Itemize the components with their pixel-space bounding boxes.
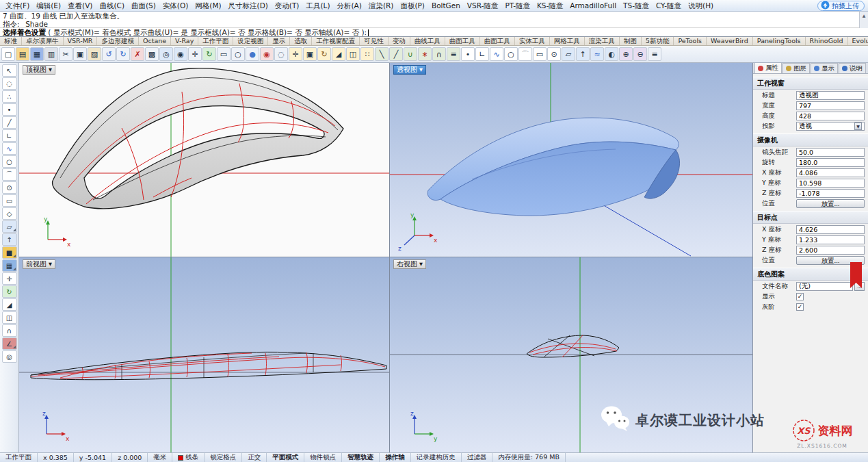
status-grid-snap[interactable]: 锁定格点 <box>205 453 242 462</box>
projection-select[interactable]: 透视▼ <box>796 122 865 131</box>
wireframe-mode-icon[interactable]: ○ <box>231 47 245 61</box>
undo-icon[interactable]: ↺ <box>102 47 116 61</box>
toolbar-tab-transform[interactable]: 变动 <box>389 37 410 45</box>
loft-icon[interactable]: ≈ <box>590 47 604 61</box>
menu-mesh[interactable]: 网格(M) <box>192 0 224 11</box>
menu-tools[interactable]: 工具(L) <box>302 0 333 11</box>
upload-button[interactable]: 拍摄上传 <box>817 1 865 11</box>
cam-y-field[interactable]: 10.598 <box>796 179 865 188</box>
polygon-icon[interactable]: ◇ <box>2 207 17 220</box>
menu-pt[interactable]: PT-随意 <box>501 0 534 11</box>
toolbar-tab-surface-tools-2[interactable]: 曲面工具 <box>480 37 515 45</box>
fillet-icon[interactable]: ∩ <box>2 324 17 337</box>
toolbar-tab-polygon-modeling[interactable]: 多边形建模 <box>97 37 139 45</box>
rectangle-icon[interactable]: ▭ <box>2 194 17 207</box>
menu-analyze[interactable]: 分析(A) <box>334 0 365 11</box>
toolbar-tab-surface-tools[interactable]: 曲面工具 <box>445 37 480 45</box>
cam-place-button[interactable]: 放置... <box>796 199 865 208</box>
trim-icon[interactable]: ╲ <box>375 47 389 61</box>
zoom-window-icon[interactable]: ◉ <box>174 47 187 61</box>
boolean-difference-icon[interactable]: ⊖ <box>633 47 647 61</box>
height-field[interactable]: 428 <box>796 112 865 120</box>
toolbar-tab-v5-new[interactable]: 5新功能 <box>642 37 674 45</box>
cam-x-field[interactable]: 4.086 <box>796 168 865 177</box>
chevron-down-icon[interactable]: ▼ <box>854 123 862 130</box>
solid-tools-icon[interactable]: ■ <box>2 246 17 259</box>
grayscale-checkbox[interactable]: ✓ <box>796 303 804 311</box>
toolbar-tab-select[interactable]: 选取 <box>290 37 312 45</box>
tgt-y-field[interactable]: 1.233 <box>796 235 865 244</box>
toolbar-tab-petools[interactable]: PeTools <box>674 37 707 45</box>
arc-icon[interactable]: ⌒ <box>2 168 17 181</box>
chevron-down-icon[interactable]: ▼ <box>419 67 423 73</box>
toolbar-tab-evolutepro[interactable]: EvolutePro <box>848 37 868 45</box>
width-field[interactable]: 797 <box>796 101 865 110</box>
save-icon[interactable]: ▦ <box>30 47 44 61</box>
status-memory[interactable]: 内存使用量: 769 MB <box>492 453 566 462</box>
menu-render[interactable]: 渲染(R) <box>365 0 397 11</box>
offset-icon[interactable]: ≡ <box>447 47 460 61</box>
menu-solid[interactable]: 实体(O) <box>159 0 192 11</box>
rendered-mode-icon[interactable]: ◉ <box>260 47 274 61</box>
rotation-field[interactable]: 180.0 <box>796 158 865 167</box>
panel-tab-help[interactable]: 说明 <box>839 63 866 73</box>
toolbar-tab-cplane[interactable]: 工作平面 <box>198 37 233 45</box>
toolbar-tab-visibility[interactable]: 可见性 <box>360 37 389 45</box>
split-icon[interactable]: ╱ <box>389 47 403 61</box>
circle-icon[interactable]: ○ <box>2 155 17 168</box>
surface-tools-icon[interactable]: ▱ <box>2 220 17 233</box>
command-prompt-options[interactable]: ( 显示模式(M)= 着色模式 显示曲线(U)= 是 显示框线(A)= 否 显示… <box>46 28 367 36</box>
scale-icon[interactable]: ◢ <box>332 47 345 61</box>
viewport-label-top[interactable]: 顶视图 ▼ <box>23 65 55 75</box>
panel-tab-layers[interactable]: 图层 <box>782 63 810 73</box>
chevron-down-icon[interactable]: ▼ <box>419 261 423 267</box>
toolbar-tab-viewport-layout[interactable]: 工作视窗配置 <box>312 37 360 45</box>
menu-transform[interactable]: 变动(T) <box>272 0 303 11</box>
toolbar-tab-vsr-mr[interactable]: VSR-MR <box>64 37 98 45</box>
status-coord-z[interactable]: z 0.000 <box>112 453 148 462</box>
toolbar-tab-octane[interactable]: Octane <box>139 37 171 45</box>
copy-object-icon[interactable]: ▣ <box>303 47 317 61</box>
pan-view-icon[interactable]: ✛ <box>188 47 202 61</box>
viewport-top[interactable]: y x 顶视图 ▼ <box>19 63 389 257</box>
status-gumball[interactable]: 操作轴 <box>380 453 411 462</box>
tgt-z-field[interactable]: 2.600 <box>796 246 865 255</box>
menu-armadillo[interactable]: ArmadilloFull <box>566 0 620 11</box>
status-osnap[interactable]: 物件锁点 <box>304 453 342 462</box>
menu-curve[interactable]: 曲线(C) <box>96 0 128 11</box>
status-coord-y[interactable]: y -5.041 <box>74 453 112 462</box>
viewport-perspective[interactable]: y x z 透视图 ▼ <box>390 63 752 257</box>
menu-boltgen[interactable]: BoltGen <box>428 0 464 11</box>
lens-field[interactable]: 50.0 <box>796 148 865 157</box>
cut-icon[interactable]: ✂ <box>59 47 73 61</box>
arc-icon[interactable]: ⌒ <box>518 47 532 61</box>
point-icon[interactable]: • <box>461 47 475 61</box>
menu-vsr[interactable]: VSR-随意 <box>464 0 502 11</box>
move-icon[interactable]: ✛ <box>2 272 17 285</box>
open-file-icon[interactable]: ▤ <box>16 47 29 61</box>
scale-icon[interactable]: ◢ <box>2 298 17 311</box>
analyze-icon[interactable]: ∠ <box>2 337 17 350</box>
toolbar-tab-vray[interactable]: V-Ray <box>171 37 198 45</box>
toolbar-tab-solid-tools[interactable]: 实体工具 <box>515 37 550 45</box>
ghosted-mode-icon[interactable]: ◌ <box>274 47 288 61</box>
mirror-icon[interactable]: ◫ <box>2 311 17 324</box>
redo-icon[interactable]: ↻ <box>116 47 130 61</box>
revolve-icon[interactable]: ◐ <box>605 47 618 61</box>
menu-cy[interactable]: CY-随意 <box>653 0 685 11</box>
extrude-icon[interactable]: ↑ <box>2 233 17 246</box>
status-units[interactable]: 毫米 <box>148 453 172 462</box>
toolbar-tab-render-tools[interactable]: 渲染工具 <box>585 37 620 45</box>
toolbar-tab-display[interactable]: 显示 <box>268 37 290 45</box>
toolbar-tab-weaverbird[interactable]: WeaverBird <box>707 37 753 45</box>
status-ortho[interactable]: 正交 <box>242 453 267 462</box>
rotate-icon[interactable]: ↻ <box>317 47 331 61</box>
status-smarttrack[interactable]: 智慧轨迹 <box>342 453 380 462</box>
menu-dimension[interactable]: 尺寸标注(D) <box>225 0 272 11</box>
boolean-union-icon[interactable]: ⊕ <box>619 47 633 61</box>
menu-ks[interactable]: KS-随意 <box>534 0 566 11</box>
menu-ts[interactable]: TS-随意 <box>620 0 653 11</box>
scroll-up-icon[interactable]: ▲ <box>863 13 866 18</box>
status-planar[interactable]: 平面模式 <box>267 453 304 462</box>
tgt-x-field[interactable]: 4.626 <box>796 225 865 234</box>
